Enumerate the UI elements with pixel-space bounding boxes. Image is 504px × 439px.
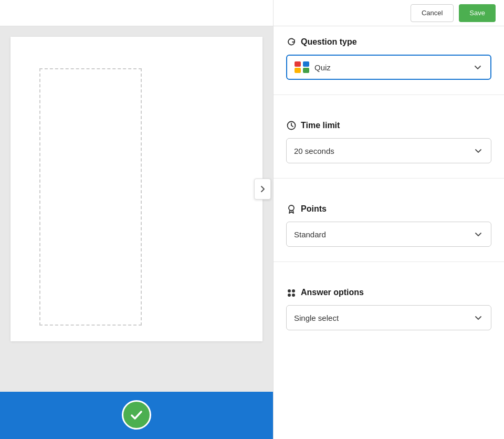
award-icon: [286, 204, 297, 214]
question-type-chevron-icon: [472, 62, 483, 72]
divider-2: [274, 178, 504, 179]
right-panel: Cancel Save Question type: [273, 0, 504, 439]
svg-rect-2: [295, 68, 301, 73]
time-limit-title: Time limit: [301, 121, 340, 130]
dashed-placeholder-box: [39, 68, 142, 326]
svg-point-6: [288, 289, 291, 292]
answer-options-value: Single select: [294, 313, 339, 322]
answer-options-title: Answer options: [301, 288, 364, 297]
points-section: Points Standard: [274, 193, 504, 257]
question-type-header: Question type: [286, 37, 491, 47]
quiz-icon: [295, 61, 309, 73]
answer-options-chevron-icon: [473, 312, 484, 323]
points-value: Standard: [294, 230, 326, 239]
time-limit-dropdown[interactable]: 20 seconds: [286, 138, 491, 163]
clock-icon: [286, 120, 297, 131]
points-dropdown[interactable]: Standard: [286, 222, 491, 247]
svg-rect-0: [295, 61, 301, 67]
answer-options-dropdown[interactable]: Single select: [286, 305, 491, 330]
question-type-icon: [286, 37, 297, 47]
answer-options-header: Answer options: [286, 287, 491, 298]
points-title: Points: [301, 204, 327, 214]
svg-rect-1: [303, 61, 309, 67]
canvas-area: [0, 26, 273, 392]
svg-point-5: [289, 205, 294, 211]
question-type-title: Question type: [301, 37, 357, 47]
question-type-dropdown[interactable]: Quiz: [286, 55, 491, 80]
svg-point-7: [292, 289, 295, 292]
top-bar: [0, 0, 273, 26]
slide-canvas: [10, 37, 262, 341]
points-chevron-icon: [473, 229, 484, 239]
left-panel: [0, 0, 273, 439]
time-limit-chevron-icon: [473, 145, 484, 156]
time-limit-value: 20 seconds: [294, 147, 334, 155]
svg-point-8: [288, 294, 291, 297]
answer-options-icon: [286, 287, 297, 298]
cancel-button[interactable]: Cancel: [411, 4, 454, 22]
points-header: Points: [286, 204, 491, 214]
divider-3: [274, 262, 504, 262]
bottom-bar: [0, 392, 273, 439]
question-type-section: Question type Quiz: [274, 26, 504, 90]
svg-rect-3: [303, 68, 309, 73]
question-type-value: Quiz: [314, 63, 331, 72]
dropdown-left: Quiz: [295, 61, 331, 73]
time-limit-header: Time limit: [286, 120, 491, 131]
answer-options-section: Answer options Single select: [274, 277, 504, 341]
time-limit-dropdown-left: 20 seconds: [294, 147, 334, 155]
time-limit-section: Time limit 20 seconds: [274, 110, 504, 174]
right-top-bar: Cancel Save: [274, 0, 504, 26]
points-dropdown-left: Standard: [294, 230, 326, 239]
check-circle-badge: [122, 400, 151, 430]
expand-panel-button[interactable]: [254, 179, 271, 200]
save-button[interactable]: Save: [459, 4, 496, 22]
svg-point-9: [292, 294, 295, 297]
answer-options-dropdown-left: Single select: [294, 313, 339, 322]
divider-1: [274, 95, 504, 95]
